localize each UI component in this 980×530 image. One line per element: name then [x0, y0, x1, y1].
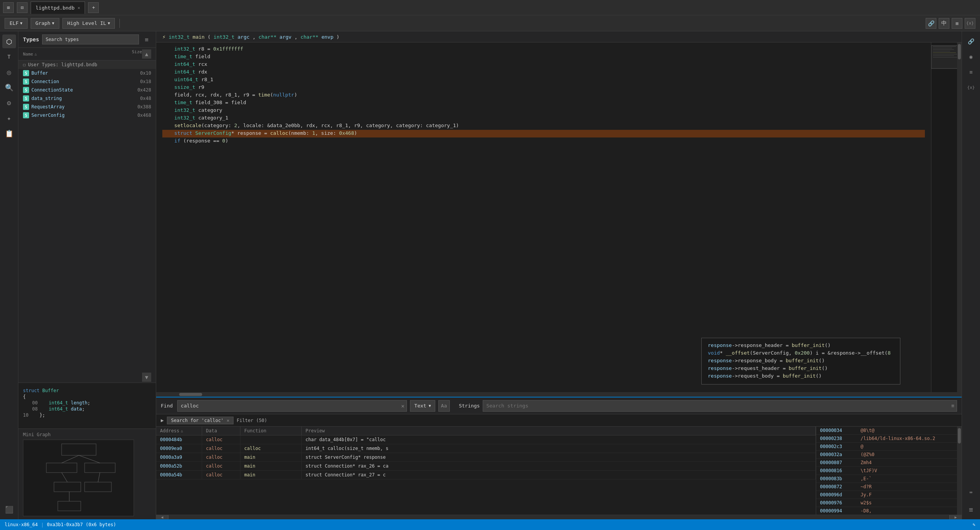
- link-icon-btn[interactable]: 🔗: [926, 18, 936, 29]
- type-icon-struct-6: S: [23, 112, 29, 118]
- code-hscroll[interactable]: [156, 392, 962, 397]
- file-tab[interactable]: lighttpd.bndb ✕: [31, 2, 85, 14]
- type-name-buffer: Buffer: [31, 70, 126, 76]
- scroll-left-btn[interactable]: ◀: [156, 515, 168, 519]
- activity-types-icon[interactable]: T: [2, 50, 16, 64]
- main-layout: ⬡ T ◎ 🔍 ⚙ ✦ 📋 ⬛ Types ≡ Name △ Size ▲ ☐: [0, 31, 980, 519]
- type-item-connection[interactable]: S Connection 0x18: [18, 77, 156, 86]
- title-bar-left: ⊞ ⊡ lighttpd.bndb ✕ +: [3, 2, 99, 14]
- type-item-serverconfig[interactable]: S ServerConfig 0x468: [18, 111, 156, 119]
- find-clear-btn[interactable]: ✕: [399, 403, 407, 409]
- find-strings-menu-btn[interactable]: ≡: [949, 403, 957, 409]
- code-line: if (response == 0 ): [162, 137, 925, 145]
- window-maximize-btn[interactable]: ⊡: [17, 2, 28, 13]
- type-item-connectionstate[interactable]: S ConnectionState 0x428: [18, 86, 156, 94]
- sort-name-icon: △: [35, 52, 37, 56]
- code-minimap[interactable]: [931, 43, 962, 392]
- find-input[interactable]: [178, 403, 399, 409]
- sidebar: Types ≡ Name △ Size ▲ ☐ User Types: ligh…: [18, 31, 156, 519]
- type-item-requestarray[interactable]: S RequestArray 0x388: [18, 103, 156, 111]
- string-item[interactable]: 0000083b ,E-`: [816, 475, 957, 483]
- strings-vscroll-thumb[interactable]: [958, 428, 961, 443]
- result-row[interactable]: 0000a52b calloc main struct Connection* …: [156, 462, 816, 471]
- result-row[interactable]: 00009ea0 calloc calloc int64_t calloc(si…: [156, 444, 816, 453]
- find-strings-input[interactable]: [483, 403, 949, 409]
- scroll-right-btn[interactable]: ▶: [949, 515, 962, 519]
- status-bar: linux-x86_64 | 0xa3b1-0xa3b7 (0x6 bytes)…: [0, 519, 980, 530]
- elf-dropdown-arrow: ▼: [20, 21, 22, 25]
- elf-btn[interactable]: ELF ▼: [5, 18, 28, 29]
- find-type-dropdown[interactable]: Text ▼: [410, 400, 435, 412]
- string-item[interactable]: 0000096d Jy.F: [816, 491, 957, 499]
- right-icon-menu[interactable]: ≡: [964, 65, 978, 79]
- result-row[interactable]: 0000484b calloc char data_484b[0x7] = "c…: [156, 435, 816, 444]
- window-restore-btn[interactable]: ⊞: [3, 2, 14, 13]
- code-line-calloc: struct ServerConfig * response = calloc …: [162, 130, 925, 137]
- new-tab-btn[interactable]: +: [88, 2, 99, 13]
- activity-home-icon[interactable]: ⬡: [2, 34, 16, 48]
- right-icon-layers[interactable]: ◉: [964, 50, 978, 64]
- mini-graph-canvas[interactable]: [23, 440, 134, 516]
- string-item[interactable]: 000002c3 @: [816, 443, 957, 451]
- status-arch: linux-x86_64: [5, 522, 38, 527]
- filter-expand-btn[interactable]: ▶: [161, 417, 164, 423]
- type-icon-struct-3: S: [23, 87, 29, 93]
- fx-icon-btn[interactable]: {x}: [965, 18, 975, 29]
- tab-close-btn[interactable]: ✕: [78, 5, 80, 10]
- overlay-line-1: response ->response_header = buffer_init…: [708, 342, 894, 350]
- find-match-case-btn[interactable]: Aa: [438, 400, 450, 412]
- activity-search-icon[interactable]: 🔍: [2, 80, 16, 94]
- type-item-data-string[interactable]: S data_string 0x48: [18, 94, 156, 103]
- col-name-label: Name: [23, 52, 33, 57]
- scroll-down-btn[interactable]: ▼: [142, 373, 151, 382]
- struct-field-length: 00 int64_t length;: [23, 400, 151, 406]
- vscroll-thumb[interactable]: [958, 44, 961, 59]
- code-scroll[interactable]: int32_t r8 = 0x1fffffff time_t field int…: [156, 43, 931, 392]
- string-item[interactable]: 00000994 -D8,: [816, 507, 957, 515]
- string-item[interactable]: 00000816 \tJF)V: [816, 467, 957, 475]
- results-hscroll[interactable]: ◀ ▶: [156, 515, 962, 519]
- string-item[interactable]: 00000238 /lib64/ld-linux-x86-64.so.2: [816, 435, 957, 443]
- string-item[interactable]: 00000034 @8\t@: [816, 427, 957, 435]
- code-container: ⚡ int32_t main ( int32_t argc , char** a…: [156, 31, 962, 519]
- activity-clipboard-icon[interactable]: 📋: [2, 126, 16, 140]
- activity-plugins-icon[interactable]: ✦: [2, 111, 16, 125]
- activity-terminal-icon[interactable]: ⬛: [2, 502, 16, 516]
- search-types-input[interactable]: [42, 34, 139, 44]
- compare-icon-btn[interactable]: 中: [939, 18, 949, 29]
- string-item[interactable]: 00000976 w2$s: [816, 499, 957, 507]
- toolbar-right: 🔗 中 ≡ {x}: [926, 18, 975, 29]
- menu-icon-btn[interactable]: ≡: [952, 18, 962, 29]
- struct-preview: struct Buffer { 00 int64_t length; 08 in…: [18, 383, 156, 429]
- right-icon-list[interactable]: ≡: [964, 502, 978, 516]
- code-hscroll-thumb[interactable]: [179, 393, 202, 396]
- result-row[interactable]: 0000a3a9 calloc main struct ServerConfig…: [156, 453, 816, 462]
- status-edit-icon[interactable]: ✎: [973, 522, 975, 527]
- svg-line-8: [62, 473, 67, 482]
- string-item[interactable]: 00000872 ~d?R: [816, 483, 957, 491]
- type-name-data-string: data_string: [31, 96, 126, 101]
- string-item[interactable]: 00000807 Zmh4: [816, 459, 957, 467]
- elf-label: ELF: [10, 20, 18, 26]
- sidebar-menu-btn[interactable]: ≡: [142, 35, 151, 44]
- graph-dropdown-arrow: ▼: [52, 21, 54, 25]
- scroll-up-btn[interactable]: ▲: [142, 49, 151, 59]
- strings-vscroll[interactable]: [957, 427, 962, 515]
- result-row[interactable]: 0000a54b calloc main struct Connection* …: [156, 471, 816, 479]
- right-icon-quotes[interactable]: ❞: [964, 487, 978, 501]
- activity-settings-icon[interactable]: ⚙: [2, 96, 16, 110]
- hlil-dropdown-arrow: ▼: [108, 21, 110, 25]
- strings-panel: 00000034 @8\t@ 00000238 /lib64/ld-linux-…: [816, 427, 962, 515]
- string-item[interactable]: 0000032a (@Z%0: [816, 451, 957, 459]
- hlil-btn[interactable]: High Level IL ▼: [62, 18, 115, 29]
- type-item-buffer[interactable]: S Buffer 0x10: [18, 69, 156, 77]
- right-icon-link[interactable]: 🔗: [964, 34, 978, 48]
- activity-symbols-icon[interactable]: ◎: [2, 65, 16, 79]
- sidebar-header: Types ≡: [18, 31, 156, 48]
- search-tag-close[interactable]: ✕: [227, 418, 229, 423]
- right-icons-panel: 🔗 ◉ ≡ {x} ❞ ≡: [962, 31, 980, 519]
- graph-btn[interactable]: Graph ▼: [31, 18, 59, 29]
- types-table-header: Name △ Size ▲: [18, 48, 156, 61]
- right-icon-fx[interactable]: {x}: [964, 80, 978, 94]
- type-size-buffer: 0x10: [128, 70, 151, 76]
